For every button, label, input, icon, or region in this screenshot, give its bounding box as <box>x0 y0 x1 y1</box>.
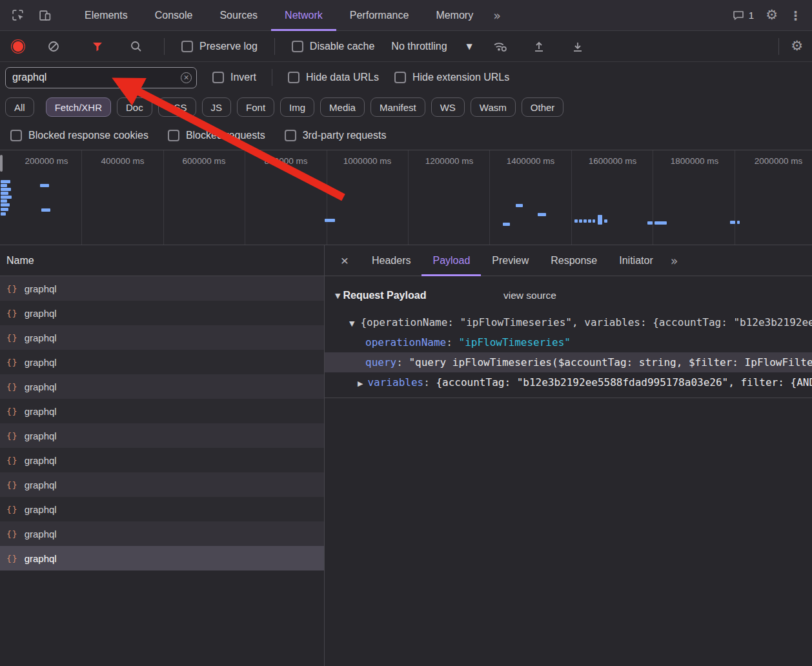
filter-chip-media[interactable]: Media <box>320 97 365 117</box>
preserve-log-checkbox[interactable]: Preserve log <box>181 41 258 52</box>
name-column-header[interactable]: Name <box>0 245 324 276</box>
payload-preview-line[interactable]: ▼{operationName: "ipFlowTimeseries", var… <box>325 312 812 332</box>
filter-chip-fetch-xhr[interactable]: Fetch/XHR <box>46 97 111 117</box>
filter-chip-other[interactable]: Other <box>522 97 564 117</box>
main-tab-elements[interactable]: Elements <box>71 0 141 31</box>
clear-network-log-icon[interactable] <box>43 35 65 57</box>
timeline-gridline <box>408 150 409 245</box>
request-row[interactable]: {}graphql <box>0 301 324 325</box>
disable-cache-checkbox[interactable]: Disable cache <box>292 41 375 52</box>
timeline-request-bar <box>574 219 578 223</box>
request-row[interactable]: {}graphql <box>0 448 324 472</box>
timeline-request-bar <box>647 221 653 225</box>
payload-row-variables[interactable]: ▶variables: {accountTag: "b12e3b2192ee55… <box>325 372 812 392</box>
blocked-response-cookies-checkbox[interactable]: Blocked response cookies <box>10 130 148 141</box>
filter-chip-font[interactable]: Font <box>237 97 274 117</box>
filter-chip-ws[interactable]: WS <box>431 97 465 117</box>
filter-chip-manifest[interactable]: Manifest <box>370 97 425 117</box>
issues-count: 1 <box>749 10 754 21</box>
search-icon[interactable] <box>125 35 147 57</box>
device-toolbar-icon[interactable] <box>34 5 56 26</box>
detail-tab-initiator[interactable]: Initiator <box>608 245 664 276</box>
filter-funnel-icon[interactable] <box>86 35 108 57</box>
filter-input[interactable] <box>5 67 197 88</box>
more-detail-tabs-icon[interactable]: » <box>664 254 685 268</box>
filter-chip-doc[interactable]: Doc <box>117 97 152 117</box>
checkbox-icon <box>288 72 299 83</box>
request-row[interactable]: {}graphql <box>0 325 324 350</box>
hide-extension-urls-checkbox[interactable]: Hide extension URLs <box>394 72 509 83</box>
detail-tab-response[interactable]: Response <box>540 245 608 276</box>
request-row[interactable]: {}graphql <box>0 276 324 301</box>
timeline-gridline <box>163 150 164 245</box>
request-name: graphql <box>25 283 57 294</box>
request-name: graphql <box>25 455 57 466</box>
filter-chip-wasm[interactable]: Wasm <box>471 97 516 117</box>
main-tab-network[interactable]: Network <box>271 0 336 31</box>
filter-chip-all[interactable]: All <box>5 97 34 117</box>
timeline-overview[interactable]: 200000 ms400000 ms600000 ms800000 ms1000… <box>0 150 812 245</box>
request-row[interactable]: {}graphql <box>0 350 324 374</box>
message-bubble-icon <box>732 9 745 22</box>
timeline-request-bar <box>538 213 546 216</box>
main-tab-console[interactable]: Console <box>141 0 207 31</box>
invert-checkbox[interactable]: Invert <box>212 72 256 83</box>
timeline-request-bar <box>41 208 50 212</box>
more-options-icon[interactable]: ⋮ <box>789 8 802 23</box>
main-tabbar-tabs: ElementsConsoleSourcesNetworkPerformance… <box>71 0 487 31</box>
main-tab-sources[interactable]: Sources <box>206 0 271 31</box>
timeline-request-bar <box>1 199 7 203</box>
more-tabs-icon[interactable]: » <box>487 8 507 23</box>
timeline-request-bar <box>1 192 8 195</box>
request-name: graphql <box>25 504 57 515</box>
devtools-window: ElementsConsoleSourcesNetworkPerformance… <box>0 0 812 666</box>
collapse-triangle-icon[interactable]: ▼ <box>349 319 354 328</box>
main-tab-memory[interactable]: Memory <box>422 0 487 31</box>
clear-filter-icon[interactable]: ✕ <box>181 72 192 83</box>
request-row[interactable]: {}graphql <box>0 399 324 423</box>
filter-row: ✕ Invert Hide data URLs Hide extension U… <box>0 62 812 93</box>
expand-triangle-icon[interactable]: ▶ <box>358 379 363 388</box>
detail-tab-headers[interactable]: Headers <box>361 245 421 276</box>
main-tab-performance[interactable]: Performance <box>336 0 423 31</box>
blocked-requests-checkbox[interactable]: Blocked requests <box>168 130 265 141</box>
export-har-icon[interactable] <box>567 35 589 57</box>
close-details-icon[interactable]: × <box>332 253 357 268</box>
json-braces-icon: {} <box>6 407 18 416</box>
payload-row-query[interactable]: query: "query ipFlowTimeseries($accountT… <box>325 352 812 372</box>
request-row[interactable]: {}graphql <box>0 472 324 497</box>
timeline-scrollbar-thumb[interactable] <box>0 155 3 172</box>
network-settings-gear-icon[interactable]: ⚙ <box>791 39 803 53</box>
inspect-element-icon[interactable] <box>6 5 28 26</box>
throttling-select[interactable]: No throttling ▼ <box>391 41 472 52</box>
json-braces-icon: {} <box>6 358 18 367</box>
timeline-request-bar <box>598 215 602 225</box>
view-source-link[interactable]: view source <box>503 290 556 301</box>
request-row[interactable]: {}graphql <box>0 546 324 570</box>
request-row[interactable]: {}graphql <box>0 521 324 546</box>
hide-data-urls-label: Hide data URLs <box>306 72 379 83</box>
timeline-label: 1000000 ms <box>343 156 391 166</box>
payload-value: {accountTag: "b12e3b2192ee5588fdad995178… <box>436 376 812 388</box>
hide-extension-urls-label: Hide extension URLs <box>412 72 509 83</box>
request-row[interactable]: {}graphql <box>0 497 324 521</box>
detail-tab-preview[interactable]: Preview <box>481 245 540 276</box>
filter-chip-img[interactable]: Img <box>280 97 314 117</box>
filter-chip-css[interactable]: CSS <box>158 97 196 117</box>
issues-button[interactable]: 1 <box>732 9 754 22</box>
network-conditions-icon[interactable] <box>489 35 511 57</box>
settings-gear-icon[interactable]: ⚙ <box>766 8 778 22</box>
request-name: graphql <box>25 406 57 417</box>
hide-data-urls-checkbox[interactable]: Hide data URLs <box>288 72 379 83</box>
collapse-triangle-icon[interactable]: ▼ <box>335 292 340 300</box>
network-toolbar: Preserve log Disable cache No throttling… <box>0 31 812 62</box>
import-har-icon[interactable] <box>528 35 550 57</box>
request-row[interactable]: {}graphql <box>0 374 324 399</box>
json-braces-icon: {} <box>6 529 18 539</box>
detail-tab-payload[interactable]: Payload <box>421 245 481 276</box>
record-button[interactable] <box>13 41 23 52</box>
checkbox-icon <box>168 130 179 141</box>
request-row[interactable]: {}graphql <box>0 423 324 448</box>
third-party-requests-checkbox[interactable]: 3rd-party requests <box>285 130 387 141</box>
filter-chip-js[interactable]: JS <box>202 97 232 117</box>
